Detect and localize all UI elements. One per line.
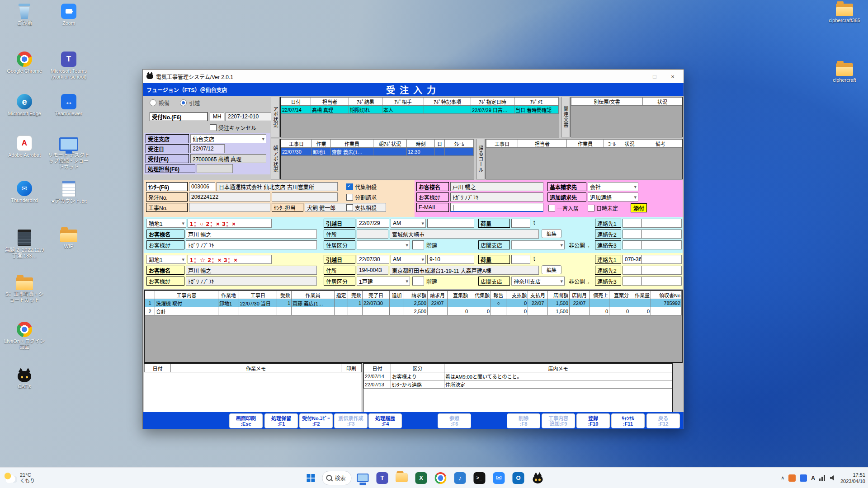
grid-row-2[interactable]: 2合計2,5000001,500000	[145, 307, 682, 315]
cancel-button[interactable]: ｷｬﾝｾﾙ:F11	[611, 413, 645, 428]
store-memo-row-1[interactable]: 22/07/14お客様より着はAM9:00と聞いてるとのこと。	[364, 372, 672, 380]
pickup-floor-field[interactable]	[412, 240, 424, 249]
taskbar-mail[interactable]	[491, 470, 507, 486]
order-no-field[interactable]: 206224122	[189, 192, 270, 202]
morning-apo-selected-row[interactable]: 22/07/30卸地1齋藤 義広(1…12:30	[281, 148, 474, 156]
desktop-icon-cats[interactable]: CAT's	[4, 367, 45, 389]
customer-kana-field[interactable]: ﾄｶﾞﾜ ﾉﾌﾞﾕｷ	[450, 192, 543, 202]
taskbar-outlook[interactable]	[510, 470, 526, 486]
pickup-shop-select[interactable]	[511, 240, 565, 249]
taskbar-folder[interactable]	[393, 470, 410, 486]
basic-billing-select[interactable]: 会社	[588, 182, 638, 191]
title-bar[interactable]: 電気工事管理システム/Ver 2.0.1 — □ ×	[143, 70, 684, 83]
hold-button[interactable]: 処理保留:F1	[264, 413, 298, 428]
print-button[interactable]: 画面印刷:Esc	[229, 413, 263, 428]
pickup-contact2b-field[interactable]	[641, 230, 682, 239]
desktop-icon-wip[interactable]: WIP	[48, 230, 90, 249]
uketsuke-field[interactable]: 27000065 髙橋 真理	[190, 154, 266, 163]
taskbar-cats[interactable]	[529, 470, 546, 486]
pickup-edit-button[interactable]: 編集	[542, 229, 561, 238]
pickup-name-field[interactable]: 戸川 暢之	[186, 230, 317, 239]
add-billing-select[interactable]: 追加連絡	[588, 192, 638, 202]
koji-no-field[interactable]	[189, 203, 270, 212]
taskbar-chrome[interactable]	[432, 470, 448, 486]
taskbar-liveon[interactable]	[452, 470, 468, 486]
dropoff-contact1b-field[interactable]	[641, 255, 682, 264]
dropoff-cargo-field[interactable]	[511, 255, 530, 264]
desktop-icon-ciphercraft365[interactable]: ciphercraft365	[824, 4, 865, 23]
handler-field[interactable]	[197, 164, 233, 173]
desktop-icon-liveon[interactable]: LiveOn・ログイン画面	[4, 322, 45, 350]
pickup-contact1b-field[interactable]	[641, 219, 682, 228]
pickup-cargo-field[interactable]	[511, 219, 530, 228]
order-cancel-checkbox[interactable]: 受注キャンセル	[210, 124, 256, 131]
desktop-icon-thunderbird[interactable]: Thunderbird	[4, 181, 45, 203]
nichiji-mitei-checkbox[interactable]: 日時未定	[588, 204, 618, 212]
desktop-icon-recycle-bin[interactable]: ごみ箱	[4, 4, 45, 26]
order-date-field[interactable]: 22/07/12	[190, 144, 225, 153]
dropoff-date-field[interactable]: 22/07/30	[357, 255, 389, 264]
pickup-addr-field[interactable]: 宮城県大崎市	[390, 230, 539, 239]
dropoff-rating-field[interactable]: 1：☆ 2：× 3：×	[188, 255, 272, 264]
pickup-time-field[interactable]	[427, 219, 474, 228]
center-code-field[interactable]: 003006	[189, 182, 215, 191]
dropoff-time-field[interactable]: 9-10	[427, 255, 474, 264]
pickup-zip-field[interactable]	[357, 230, 388, 239]
desktop-icon-teamviewer[interactable]: TeamViewer	[48, 94, 90, 117]
daishu-sousai-checkbox[interactable]: 代集相殺	[346, 183, 377, 191]
pickup-date-field[interactable]: 22/07/29	[357, 219, 389, 228]
search-box[interactable]: 検索	[322, 471, 351, 485]
history-button[interactable]: 処理履歴:F4	[368, 413, 402, 428]
network-icon[interactable]	[819, 475, 826, 481]
volume-icon[interactable]	[830, 475, 836, 481]
tray-chevron-icon[interactable]: ∧	[781, 475, 784, 481]
copy-reception-button[interactable]: 受付No.ｺﾋﾟｰ:F2	[299, 413, 333, 428]
dropoff-shop-select[interactable]: 神奈川支店	[511, 277, 565, 286]
dropoff-contact3b-field[interactable]	[641, 277, 682, 286]
dropoff-ampm-select[interactable]: AM	[391, 255, 426, 264]
email-field[interactable]	[450, 203, 543, 212]
minimize-button[interactable]: —	[627, 70, 646, 83]
desktop-icon-koji-shashin[interactable]: S：工事写真・ショートカット	[4, 277, 45, 303]
order-no2-field[interactable]	[272, 192, 338, 202]
taskbar-clock[interactable]: 17:512023/04/10	[840, 472, 865, 484]
radio-moving[interactable]: 引越	[180, 99, 200, 107]
dropoff-kana-field[interactable]: ﾄｶﾞﾜ ﾉﾌﾞﾕｷ	[186, 277, 317, 286]
dropoff-edit-button[interactable]: 編集	[542, 265, 561, 274]
tray-app2-icon[interactable]	[800, 474, 807, 482]
desktop-icon-ciphercraft[interactable]: ciphercraft	[824, 63, 865, 83]
ime-indicator[interactable]: A	[811, 475, 815, 481]
pickup-house-select[interactable]	[357, 240, 410, 249]
register-button[interactable]: 登録:F10	[576, 413, 610, 428]
desktop-icon-teams[interactable]: Microsoft Teams (work or school)	[48, 52, 90, 80]
start-button[interactable]	[302, 470, 319, 486]
reception-prefix-field[interactable]: MH	[210, 112, 224, 121]
tray-app1-icon[interactable]	[788, 474, 796, 482]
taskbar-terminal[interactable]	[471, 470, 487, 486]
radio-equipment[interactable]: 設備	[150, 99, 170, 107]
attach-badge[interactable]: 添付	[631, 203, 647, 212]
pickup-kana-field[interactable]: ﾄｶﾞﾜ ﾉﾌﾞﾕｷ	[186, 240, 317, 249]
grid-row-1[interactable]: 1洗濯機 取付卸地122/07/30 当日1齋藤 義広(1…122/07/302…	[145, 299, 682, 307]
taskbar-excel[interactable]	[413, 470, 429, 486]
taskbar-file-explorer[interactable]	[354, 470, 371, 486]
pickup-ampm-select[interactable]: AM	[391, 219, 426, 228]
bunkatsu-seikyu-checkbox[interactable]: 分割請求	[346, 193, 377, 201]
dropoff-house-select[interactable]: 1戸建	[357, 277, 410, 286]
dropoff-floor-field[interactable]	[412, 277, 424, 286]
apo-data-row[interactable]: 22/07/14髙橋 真理期限切れ本人22/07/29 日古…当日 着時間確認	[281, 106, 559, 114]
close-button[interactable]: ×	[664, 70, 682, 83]
dropoff-zip-field[interactable]: 194-0043	[357, 266, 388, 275]
taskbar-teams[interactable]	[374, 470, 390, 486]
pickup-contact3b-field[interactable]	[641, 240, 682, 249]
dropoff-contact2b-field[interactable]	[641, 266, 682, 275]
taskbar-weather[interactable]: 21°Cくもり	[4, 468, 35, 488]
customer-name-field[interactable]: 戸川 暢之	[450, 182, 543, 191]
issei-nyukyo-checkbox[interactable]: 一斉入居	[548, 204, 579, 212]
desktop-icon-account-txt[interactable]: ★アカウント.txt	[48, 181, 90, 204]
desktop-icon-chrome[interactable]: Google Chrome	[4, 52, 45, 74]
desktop-icon-untitled-txt[interactable]: 無題 2_2022.12.9丁度,183…	[4, 230, 45, 259]
desktop-icon-edge[interactable]: Microsoft Edge	[4, 94, 45, 117]
dropoff-addr-field[interactable]: 東京都町田市成瀬台1-19-11 大森戸建A棟	[390, 266, 539, 275]
center-name-field[interactable]: 日本通運株式会社 仙北支店 古川営業所	[217, 182, 338, 191]
